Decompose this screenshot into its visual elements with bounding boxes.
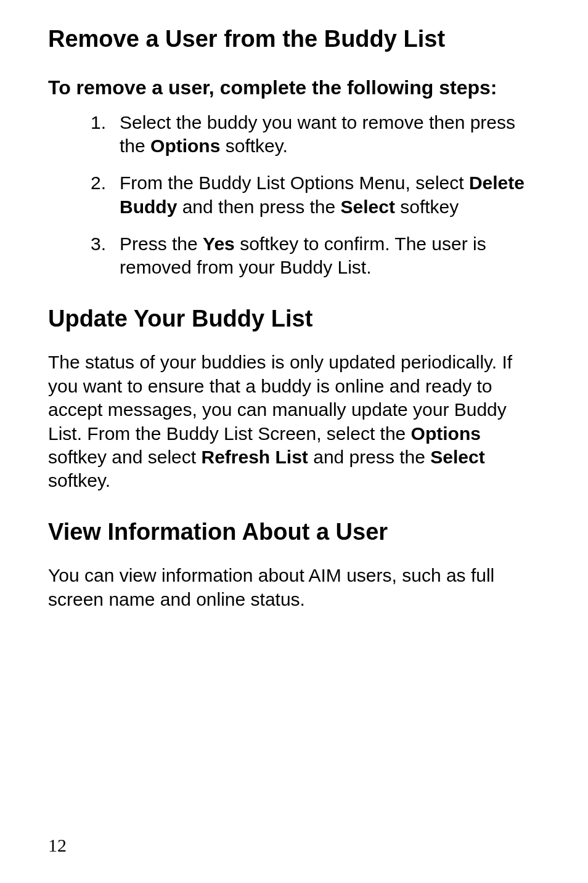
page-number: 12	[48, 835, 67, 856]
step-2: 2. From the Buddy List Options Menu, sel…	[85, 171, 540, 219]
step-1-bold-options: Options	[150, 136, 220, 156]
step-3-number: 3.	[85, 232, 106, 280]
section-3-paragraph: You can view information about AIM users…	[48, 564, 540, 611]
section-1-subtitle: To remove a user, complete the following…	[48, 75, 540, 100]
step-1-text: Select the buddy you want to remove then…	[120, 111, 540, 158]
section-3-title: View Information About a User	[48, 518, 540, 547]
section-2-bold-refresh-list: Refresh List	[201, 447, 308, 467]
step-2-bold-select: Select	[341, 197, 395, 217]
step-3-pre: Press the	[120, 234, 203, 254]
step-1-number: 1.	[85, 111, 106, 158]
step-1-post: softkey.	[220, 136, 287, 156]
step-1: 1. Select the buddy you want to remove t…	[85, 111, 540, 158]
section-1-title: Remove a User from the Buddy List	[48, 25, 540, 54]
section-2-p2: softkey and select	[48, 447, 201, 467]
section-2-bold-options: Options	[411, 423, 481, 444]
step-3: 3. Press the Yes softkey to confirm. The…	[85, 232, 540, 280]
step-2-text: From the Buddy List Options Menu, select…	[120, 171, 540, 219]
step-2-pre: From the Buddy List Options Menu, select	[120, 173, 469, 193]
section-2-paragraph: The status of your buddies is only updat…	[48, 351, 540, 492]
step-2-post: softkey	[395, 197, 459, 217]
section-2-bold-select: Select	[430, 447, 484, 467]
step-2-number: 2.	[85, 171, 106, 219]
steps-list: 1. Select the buddy you want to remove t…	[85, 111, 540, 280]
step-2-mid: and then press the	[177, 197, 340, 217]
section-2-p3: and press the	[308, 447, 430, 467]
step-3-text: Press the Yes softkey to confirm. The us…	[120, 232, 540, 280]
section-2-title: Update Your Buddy List	[48, 304, 540, 334]
step-3-bold-yes: Yes	[203, 234, 235, 254]
section-2-p4: softkey.	[48, 470, 110, 490]
